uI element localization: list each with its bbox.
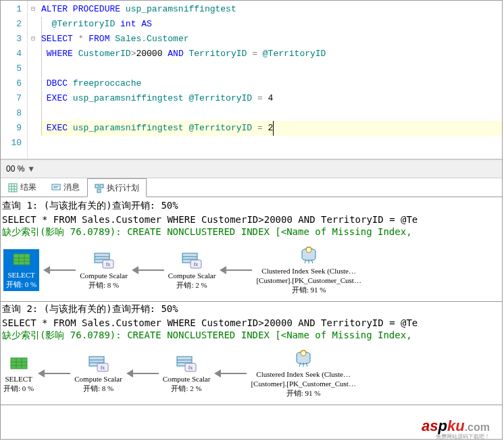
line-number: 3 [1, 32, 22, 47]
tab-messages[interactable]: 消息 [44, 178, 87, 197]
watermark-sub: 免费网站源码下载吧！ [436, 433, 490, 440]
plan-node-title: Compute Scalar [80, 271, 128, 280]
plan-node-compute[interactable]: fxCompute Scalar开销: 8 % [80, 251, 128, 290]
line-number: 8 [1, 106, 22, 121]
plan-node-title: Clustered Index Seek (Cluste… [256, 266, 361, 276]
plan-node-title: Compute Scalar [74, 374, 122, 384]
message-icon [51, 183, 61, 192]
line-number: 1 [1, 2, 22, 17]
missing-index-hint[interactable]: 缺少索引(影响 76.0789): CREATE NONCLUSTERED IN… [1, 226, 502, 239]
fold-marker[interactable] [28, 47, 39, 61]
zoom-bar: 00 % ▼ [1, 159, 502, 178]
plan-icon [95, 184, 104, 193]
plan-node-title: Compute Scalar [163, 374, 211, 384]
fold-marker[interactable]: ⊟ [28, 32, 39, 47]
fold-marker[interactable] [28, 136, 39, 151]
seek-icon [293, 349, 314, 368]
zoom-dropdown-icon[interactable]: ▼ [27, 164, 35, 174]
fold-marker[interactable] [28, 121, 39, 136]
svg-rect-11 [14, 254, 30, 265]
plan-node-cost: 开销: 2 % [168, 280, 216, 290]
code-line[interactable] [41, 61, 502, 76]
select-icon [11, 250, 32, 269]
plan-node-cost: 开销: 2 % [163, 384, 211, 393]
line-number: 7 [1, 91, 22, 106]
line-number: 4 [1, 47, 22, 61]
plan-node-title: Compute Scalar [168, 271, 216, 280]
indent-guide [41, 17, 42, 136]
zoom-value[interactable]: 00 % [6, 164, 24, 174]
plan-node-cost: 开销: 0 % [3, 384, 34, 393]
code-area[interactable]: ALTER PROCEDURE usp_paramsniffingtest @T… [39, 1, 502, 159]
plan-node-compute[interactable]: fxCompute Scalar开销: 2 % [163, 354, 211, 393]
fold-gutter: ⊟⊟ [28, 1, 39, 159]
grid-icon [8, 183, 18, 192]
line-number: 5 [1, 61, 22, 76]
query-plan-block: 查询 1: (与该批有关的)查询开销: 50%SELECT * FROM Sal… [1, 199, 502, 302]
query-sql-text: SELECT * FROM Sales.Customer WHERE Custo… [1, 213, 502, 226]
code-line[interactable]: WHERE CustomerID>20000 AND TerritoryID =… [41, 47, 502, 61]
code-line[interactable]: @TerritoryID int AS [41, 17, 502, 32]
plan-arrow-icon [38, 369, 70, 378]
tab-messages-label: 消息 [64, 182, 80, 193]
fold-marker[interactable] [28, 91, 39, 106]
code-line[interactable]: SELECT * FROM Sales.Customer [41, 32, 502, 47]
fold-marker[interactable] [28, 17, 39, 32]
results-tabs: 结果 消息 执行计划 [1, 178, 502, 197]
plan-arrow-icon [214, 369, 247, 378]
fold-marker[interactable] [28, 76, 39, 91]
plan-arrow-icon [220, 266, 252, 274]
plan-node-select[interactable]: SELECT开销: 0 % [3, 249, 39, 291]
svg-rect-9 [100, 184, 103, 188]
plan-node-title: SELECT [3, 374, 34, 384]
plan-node-subtitle: [Customer].[PK_Customer_Cust… [256, 276, 361, 285]
svg-rect-10 [97, 189, 101, 192]
query-sql-text: SELECT * FROM Sales.Customer WHERE Custo… [1, 317, 502, 329]
missing-index-hint[interactable]: 缺少索引(影响 76.0789): CREATE NONCLUSTERED IN… [1, 329, 502, 342]
plan-node-cost: 开销: 91 % [251, 388, 356, 398]
line-number: 10 [1, 136, 22, 151]
code-line[interactable]: EXEC usp_paramsniffingtest @TerritoryID … [41, 121, 502, 136]
code-line[interactable] [41, 106, 502, 121]
plan-node-compute[interactable]: fxCompute Scalar开销: 2 % [168, 251, 216, 290]
fold-marker[interactable]: ⊟ [28, 2, 39, 17]
code-line[interactable]: EXEC usp_paramsniffingtest @TerritoryID … [41, 91, 502, 106]
svg-rect-0 [9, 184, 17, 192]
tab-execution-plan[interactable]: 执行计划 [87, 178, 147, 197]
plan-arrow-icon [132, 266, 164, 274]
fold-marker[interactable] [28, 106, 39, 121]
line-number: 2 [1, 17, 22, 32]
compute-icon: fx [181, 251, 203, 269]
fold-marker[interactable] [28, 61, 39, 76]
plan-arrow-icon [126, 369, 159, 378]
svg-text:fx: fx [100, 365, 105, 371]
query-header: 查询 2: (与该批有关的)查询开销: 50% [1, 302, 502, 317]
tab-results[interactable]: 结果 [1, 178, 44, 197]
query-plan-block: 查询 2: (与该批有关的)查询开销: 50%SELECT * FROM Sal… [1, 302, 502, 405]
plan-node-cost: 开销: 91 % [256, 285, 361, 294]
plan-arrow-icon [43, 266, 76, 274]
tab-plan-label: 执行计划 [107, 182, 139, 194]
plan-node-cost: 开销: 8 % [80, 280, 128, 290]
line-number-gutter: 12345678910 [1, 1, 28, 159]
seek-icon [298, 246, 320, 265]
plan-node-compute[interactable]: fxCompute Scalar开销: 8 % [74, 354, 122, 393]
svg-rect-28 [11, 358, 27, 369]
plan-node-cost: 开销: 0 % [6, 280, 36, 289]
line-number: 6 [1, 76, 22, 91]
plan-node-seek[interactable]: Clustered Index Seek (Cluste…[Customer].… [256, 246, 361, 294]
svg-rect-5 [52, 184, 60, 190]
sql-editor[interactable]: 12345678910 ⊟⊟ ALTER PROCEDURE usp_param… [1, 1, 502, 159]
code-line[interactable]: ALTER PROCEDURE usp_paramsniffingtest [41, 2, 502, 17]
plan-node-title: SELECT [6, 270, 36, 280]
compute-icon: fx [88, 354, 109, 373]
plan-node-seek[interactable]: Clustered Index Seek (Cluste…[Customer].… [251, 349, 356, 398]
compute-icon: fx [93, 251, 115, 269]
tab-results-label: 结果 [20, 182, 36, 193]
plan-node-select[interactable]: SELECT开销: 0 % [3, 354, 34, 393]
execution-plan-panel[interactable]: 查询 1: (与该批有关的)查询开销: 50%SELECT * FROM Sal… [1, 197, 502, 405]
code-line[interactable]: DBCC freeproccache [41, 76, 502, 91]
line-number: 9 [1, 121, 22, 136]
select-icon [8, 354, 30, 373]
code-line[interactable] [41, 136, 502, 151]
